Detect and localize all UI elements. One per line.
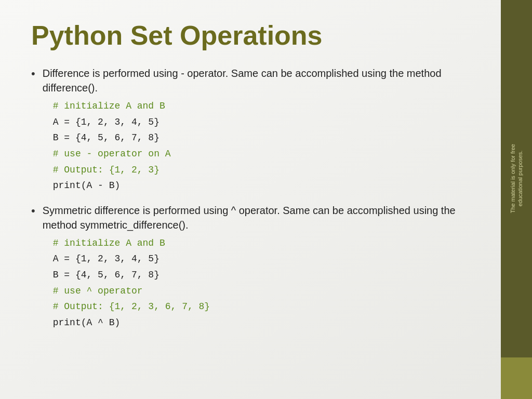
bullet-dot: • [31, 67, 35, 81]
code-line: # use - operator on A [53, 146, 470, 162]
list-item: • Symmetric difference is performed usin… [31, 203, 470, 331]
code-block: # initialize A and B A = {1, 2, 3, 4, 5}… [53, 98, 470, 194]
right-sidebar: The material is only for free educationa… [501, 0, 532, 399]
bullet-text: Difference is performed using - operator… [43, 66, 470, 95]
code-line: print(A ^ B) [53, 315, 470, 331]
code-line: A = {1, 2, 3, 4, 5} [53, 251, 470, 267]
code-line: # Output: {1, 2, 3} [53, 162, 470, 178]
bullet-content: Difference is performed using - operator… [43, 66, 470, 194]
bullet-dot: • [31, 204, 35, 218]
bullet-content: Symmetric difference is performed using … [43, 203, 470, 331]
code-line: # Output: {1, 2, 3, 6, 7, 8} [53, 299, 470, 315]
slide-title: Python Set Operations [31, 21, 470, 50]
code-line: # use ^ operator [53, 283, 470, 299]
bullet-text: Symmetric difference is performed using … [43, 203, 470, 232]
list-item: • Difference is performed using - operat… [31, 66, 470, 194]
code-line: # initialize A and B [53, 235, 470, 251]
slide-container: Python Set Operations • Difference is pe… [0, 0, 532, 399]
code-line: B = {4, 5, 6, 7, 8} [53, 130, 470, 146]
bullet-list: • Difference is performed using - operat… [31, 66, 470, 378]
code-block: # initialize A and B A = {1, 2, 3, 4, 5}… [53, 235, 470, 331]
code-line: B = {4, 5, 6, 7, 8} [53, 267, 470, 283]
main-content: Python Set Operations • Difference is pe… [0, 0, 501, 399]
code-line: print(A - B) [53, 178, 470, 194]
sidebar-text: The material is only for free educationa… [509, 139, 524, 218]
sidebar-accent [501, 357, 532, 399]
code-line: A = {1, 2, 3, 4, 5} [53, 114, 470, 130]
code-line: # initialize A and B [53, 98, 470, 114]
sidebar-dark: The material is only for free educationa… [501, 0, 532, 357]
